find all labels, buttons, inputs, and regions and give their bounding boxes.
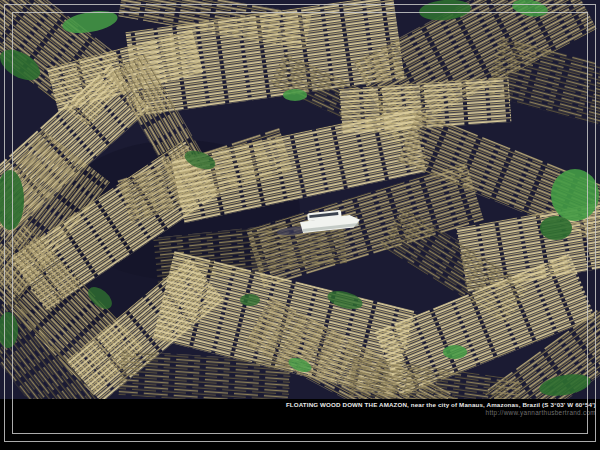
vegetation-patch (540, 216, 572, 240)
photo-aerial-log-rafts: FLOATING WOOD DOWN THE AMAZON, near the … (0, 0, 600, 450)
vegetation-patch (240, 294, 260, 306)
vegetation-patch (551, 169, 599, 221)
caption-title: FLOATING WOOD DOWN THE AMAZON, near the … (286, 401, 596, 408)
caption-url: http://www.yannarthusbertrand.com (486, 409, 596, 417)
wallpaper-amazon-floating-wood: FLOATING WOOD DOWN THE AMAZON, near the … (0, 0, 600, 450)
vegetation-patch (443, 345, 467, 359)
vegetation-patch (283, 89, 307, 101)
